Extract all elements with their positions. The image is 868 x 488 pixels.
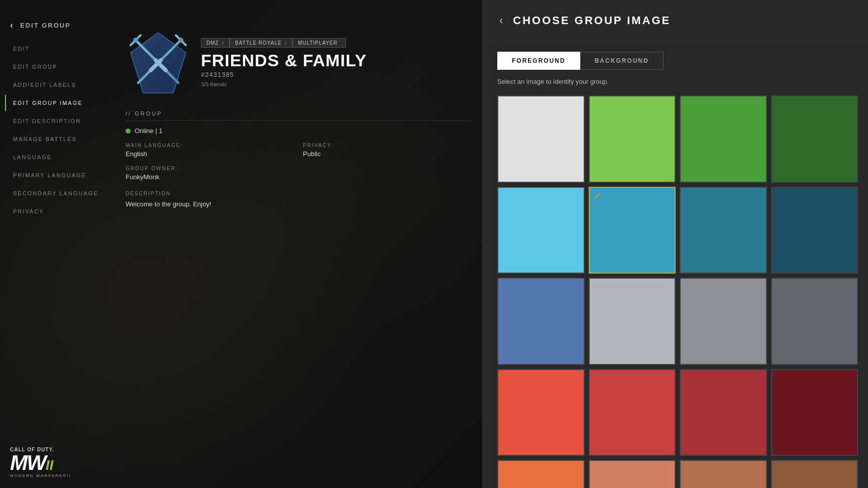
description-label: DESCRIPTION xyxy=(126,191,472,196)
color-swatch-c9[interactable]: ✓ xyxy=(497,278,585,365)
group-tags: DMZBATTLE ROYALEMULTIPLAYER xyxy=(201,38,472,48)
panel-title: CHOOSE GROUP IMAGE xyxy=(513,14,671,27)
privacy-value: Public xyxy=(303,150,472,158)
group-tag-1: BATTLE ROYALE xyxy=(230,38,292,48)
sidebar-item-edit-group-image[interactable]: EDIT GROUP IMAGE xyxy=(5,95,111,111)
logo-ii-text: II xyxy=(46,458,54,473)
sidebar-item-privacy[interactable]: PRIVACY xyxy=(5,203,111,219)
color-swatch-c15[interactable]: ✓ xyxy=(680,369,767,456)
svg-point-3 xyxy=(133,38,138,43)
color-swatch-c20[interactable]: ✓ xyxy=(771,460,858,488)
description-section: DESCRIPTION Welcome to the group. Enjoy! xyxy=(126,191,472,208)
sidebar-item-edit-description[interactable]: EDIT DESCRIPTION xyxy=(5,113,111,129)
color-swatch-c12[interactable]: ✓ xyxy=(771,278,858,365)
main-language-label: MAIN LANGUAGE: xyxy=(126,143,295,148)
panel-subtitle: Select an image to identify your group. xyxy=(482,70,868,90)
group-members: 3/5 friends xyxy=(201,81,472,87)
color-swatch-c14[interactable]: ✓ xyxy=(589,369,676,456)
description-text: Welcome to the group. Enjoy! xyxy=(126,200,472,208)
color-swatch-c2[interactable]: ✓ xyxy=(589,95,676,183)
group-owner-value: FunkyMonk xyxy=(126,173,295,181)
color-swatch-c4[interactable]: ✓ xyxy=(771,95,858,183)
color-swatch-c19[interactable]: ✓ xyxy=(680,460,767,488)
sidebar-item-manage-battles[interactable]: MANAGE BATTLES xyxy=(5,131,111,147)
privacy-label: PRIVACY: xyxy=(303,143,472,148)
group-owner-item: GROUP OWNER: FunkyMonk xyxy=(126,166,295,181)
sidebar-item-secondary-language[interactable]: SECONDARY LANGUAGE xyxy=(5,185,111,201)
back-arrow-icon[interactable]: ‹ xyxy=(10,20,14,31)
color-swatch-c5[interactable]: ✓ xyxy=(497,187,585,274)
sidebar-item-edit-group[interactable]: EDIT GROUP xyxy=(5,59,111,75)
sidebar-item-primary-language[interactable]: PRIMARY LANGUAGE xyxy=(5,167,111,183)
group-info: DMZBATTLE ROYALEMULTIPLAYER FRIENDS & FA… xyxy=(201,38,472,87)
color-swatch-c13[interactable]: ✓ xyxy=(497,369,585,456)
group-icon xyxy=(126,30,191,95)
section-header-group: // GROUP xyxy=(126,110,472,121)
tab-foreground[interactable]: FOREGROUND xyxy=(497,52,580,70)
nav-title: EDIT GROUP xyxy=(20,22,71,29)
right-panel-header: ‹ CHOOSE GROUP IMAGE xyxy=(482,0,868,42)
group-header: DMZBATTLE ROYALEMULTIPLAYER FRIENDS & FA… xyxy=(126,30,472,95)
sidebar-item-add-edit-labels[interactable]: ADD/EDIT LABELS xyxy=(5,77,111,93)
main-language-item: MAIN LANGUAGE: English xyxy=(126,143,295,158)
color-swatch-c7[interactable]: ✓ xyxy=(680,187,767,274)
nav-header: ‹ EDIT GROUP xyxy=(0,20,116,41)
status-line: Online | 1 xyxy=(126,127,472,135)
color-swatch-c8[interactable]: ✓ xyxy=(771,187,858,274)
tab-background[interactable]: BACKGROUND xyxy=(580,52,664,70)
group-id: #2431385 xyxy=(201,71,472,78)
svg-point-6 xyxy=(178,38,183,43)
privacy-item: PRIVACY: Public xyxy=(303,143,472,158)
logo-subtitle: MODERN WARFARE®II xyxy=(10,473,71,478)
right-panel: ‹ CHOOSE GROUP IMAGE FOREGROUNDBACKGROUN… xyxy=(482,0,868,488)
check-mark-icon: ✓ xyxy=(594,191,601,202)
sidebar-item-edit[interactable]: EDIT xyxy=(5,41,111,57)
status-text: Online | 1 xyxy=(135,127,162,135)
color-swatch-c10[interactable]: ✓ xyxy=(589,278,676,365)
group-tag-2: MULTIPLAYER xyxy=(292,38,346,48)
content-area: DMZBATTLE ROYALEMULTIPLAYER FRIENDS & FA… xyxy=(116,0,482,488)
logo-mw-text: MW xyxy=(10,452,46,473)
group-tag-0: DMZ xyxy=(201,38,230,48)
nav-items-list: EDITEDIT GROUPADD/EDIT LABELSEDIT GROUP … xyxy=(0,41,116,219)
color-swatch-c6[interactable]: ✓ xyxy=(589,187,676,274)
sidebar-item-language[interactable]: LANGUAGE xyxy=(5,149,111,165)
back-button[interactable]: ‹ xyxy=(497,12,505,29)
color-swatch-c18[interactable]: ✓ xyxy=(589,460,676,488)
color-grid-container[interactable]: ✓✓✓✓✓✓✓✓✓✓✓✓✓✓✓✓✓✓✓✓ xyxy=(482,90,868,488)
color-swatch-c11[interactable]: ✓ xyxy=(680,278,767,365)
group-owner-label: GROUP OWNER: xyxy=(126,166,295,171)
details-grid: MAIN LANGUAGE: English PRIVACY: Public G… xyxy=(126,143,472,181)
group-name: FRIENDS & FAMILY xyxy=(201,52,472,69)
main-language-value: English xyxy=(126,150,295,158)
logo-area: CALL OF DUTY. MW II MODERN WARFARE®II xyxy=(10,447,71,478)
tabs-row: FOREGROUNDBACKGROUND xyxy=(482,42,868,70)
online-status-dot xyxy=(126,129,131,134)
color-swatch-c3[interactable]: ✓ xyxy=(680,95,767,183)
color-swatch-c16[interactable]: ✓ xyxy=(771,369,858,456)
color-grid: ✓✓✓✓✓✓✓✓✓✓✓✓✓✓✓✓✓✓✓✓ xyxy=(497,95,858,488)
color-swatch-c17[interactable]: ✓ xyxy=(497,460,585,488)
color-swatch-c1[interactable]: ✓ xyxy=(497,95,585,183)
